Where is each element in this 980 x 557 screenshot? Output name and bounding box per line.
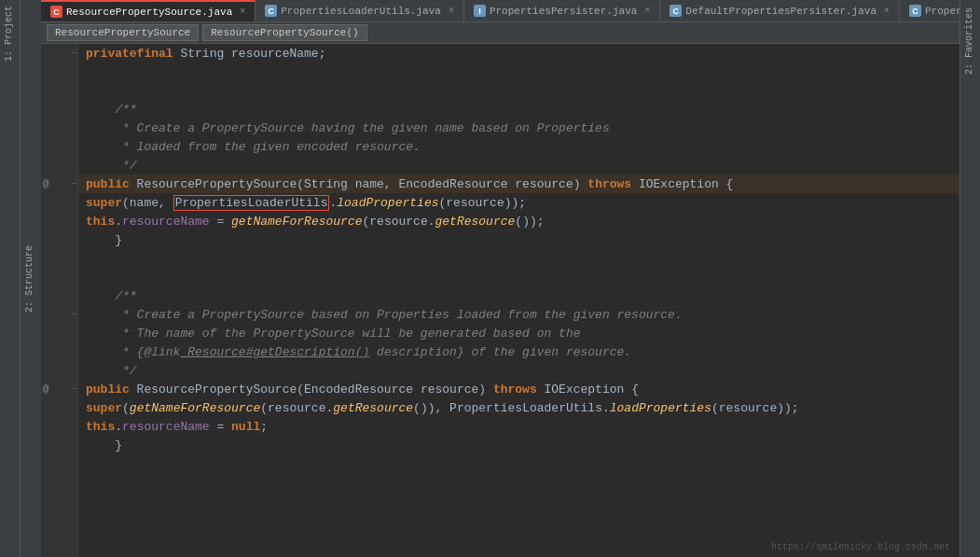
token: IOException { xyxy=(537,383,639,397)
code-line-12 xyxy=(78,268,959,286)
code-line-15: * The name of the PropertySource will be… xyxy=(78,324,959,342)
code-line-6: */ xyxy=(78,156,959,174)
gutter-row-20 xyxy=(41,417,77,436)
tab-0[interactable]: CResourcePropertySource.java× xyxy=(41,0,255,21)
gutter-row-17 xyxy=(41,361,77,380)
tab-icon-4: C xyxy=(909,5,921,17)
tab-close-0[interactable]: × xyxy=(240,7,245,17)
token: Resource#getDescription() xyxy=(180,345,369,359)
favorites-label[interactable]: 2: Favorites xyxy=(960,0,978,82)
tab-3[interactable]: CDefaultPropertiesPersister.java× xyxy=(660,0,900,21)
code-line-17: */ xyxy=(78,361,959,380)
line-gutter: –@––@– xyxy=(41,44,78,557)
token: ResourcePropertySource( xyxy=(130,383,304,397)
code-line-0: private final String resourceName; xyxy=(78,44,959,63)
favorites-panel[interactable]: 2: Favorites xyxy=(959,0,980,557)
gutter-row-10 xyxy=(41,230,77,249)
breadcrumb-0[interactable]: ResourcePropertySource xyxy=(47,24,199,41)
code-line-5: * loaded from the given encoded resource… xyxy=(78,137,959,156)
fold-icon-14[interactable]: – xyxy=(72,310,77,319)
gutter-row-21 xyxy=(41,436,77,454)
code-line-21: } xyxy=(78,436,959,454)
gutter-row-9 xyxy=(41,212,77,230)
token: /** xyxy=(86,289,137,303)
code-line-13: /** xyxy=(78,286,959,305)
tab-label-0: ResourcePropertySource.java xyxy=(66,7,232,18)
code-line-10: } xyxy=(78,230,959,249)
structure-panel[interactable]: 2: Structure xyxy=(21,0,41,557)
fold-icon-0[interactable]: – xyxy=(72,49,77,58)
gutter-row-16 xyxy=(41,342,77,361)
token: loadProperties xyxy=(337,196,438,210)
gutter-row-19 xyxy=(41,398,77,417)
tab-close-3[interactable]: × xyxy=(884,6,890,16)
gutter-row-4 xyxy=(41,118,77,137)
tab-icon-2: I xyxy=(474,5,486,17)
tab-icon-0: C xyxy=(50,6,62,18)
token: EncodedResource xyxy=(398,177,507,191)
token: getResource xyxy=(435,215,516,229)
tab-label-4: Properties.java xyxy=(925,6,959,17)
left-sidebar: 1: Project 2: Structure xyxy=(0,0,41,557)
gutter-row-0: – xyxy=(41,44,77,63)
code-line-18: public ResourcePropertySource(EncodedRes… xyxy=(78,380,959,398)
gutter-row-6 xyxy=(41,156,77,174)
token: final xyxy=(137,47,173,61)
code-line-2 xyxy=(78,81,959,100)
token: * Create a PropertySource based on Prope… xyxy=(86,308,683,322)
gutter-row-3 xyxy=(41,100,77,118)
token: this xyxy=(86,420,115,434)
gutter-row-1 xyxy=(41,63,77,81)
fold-icon-7[interactable]: – xyxy=(72,179,77,188)
tab-close-1[interactable]: × xyxy=(449,6,454,16)
code-line-16: * {@link Resource#getDescription() descr… xyxy=(78,342,959,361)
token: public xyxy=(86,177,130,191)
gutter-row-12 xyxy=(41,268,77,286)
project-label[interactable]: 1: Project xyxy=(0,0,20,67)
token: IOException { xyxy=(631,177,733,191)
project-panel[interactable]: 1: Project xyxy=(0,0,21,557)
tab-bar: CResourcePropertySource.java×CProperties… xyxy=(41,0,959,22)
highlighted-ref: PropertiesLoaderUtils xyxy=(173,195,330,211)
code-line-11 xyxy=(78,249,959,268)
token: public xyxy=(86,383,130,397)
gutter-row-5 xyxy=(41,137,77,156)
gutter-row-15 xyxy=(41,324,77,342)
gutter-row-8 xyxy=(41,193,77,212)
token: loadProperties xyxy=(610,401,711,415)
tab-icon-1: C xyxy=(265,5,277,17)
token: /** xyxy=(86,103,137,117)
code-line-9: this.resourceName = getNameForResource(r… xyxy=(78,212,959,230)
fold-icon-18[interactable]: – xyxy=(72,384,77,394)
code-area[interactable]: private final String resourceName; /** *… xyxy=(78,44,959,557)
token: */ xyxy=(86,159,137,173)
tab-2[interactable]: IPropertiesPersister.java× xyxy=(464,0,660,21)
token: super xyxy=(86,196,122,210)
code-line-19: super(getNameForResource(resource.getRes… xyxy=(78,398,959,417)
gutter-row-18: @– xyxy=(41,380,77,398)
gutter-row-14: – xyxy=(41,305,77,324)
tab-label-3: DefaultPropertiesPersister.java xyxy=(685,6,876,17)
token: ResourcePropertySource( xyxy=(130,177,304,191)
token: getNameForResource xyxy=(130,401,260,415)
token: null xyxy=(231,420,260,434)
gutter-row-7: @– xyxy=(41,174,77,193)
breadcrumb-1[interactable]: ResourcePropertySource() xyxy=(202,24,366,41)
editor: –@––@– private final String resourceName… xyxy=(41,44,959,557)
token: private xyxy=(86,47,137,61)
gutter-row-13 xyxy=(41,286,77,305)
gutter-row-11 xyxy=(41,249,77,268)
code-line-14: * Create a PropertySource based on Prope… xyxy=(78,305,959,324)
tab-1[interactable]: CPropertiesLoaderUtils.java× xyxy=(255,0,464,21)
token: super xyxy=(86,401,122,415)
token: getResource xyxy=(333,401,413,415)
token: getNameForResource xyxy=(231,215,362,229)
structure-label[interactable]: 2: Structure xyxy=(21,240,41,318)
watermark: https://smilenicky.blog.csdn.net xyxy=(771,542,950,552)
tab-close-2[interactable]: × xyxy=(644,6,650,16)
token: this xyxy=(86,215,115,229)
tab-4[interactable]: CProperties.java× xyxy=(900,0,959,21)
code-line-3: /** xyxy=(78,100,959,118)
token: EncodedResource xyxy=(304,383,413,397)
breadcrumb-bar: ResourcePropertySourceResourcePropertySo… xyxy=(41,22,959,44)
